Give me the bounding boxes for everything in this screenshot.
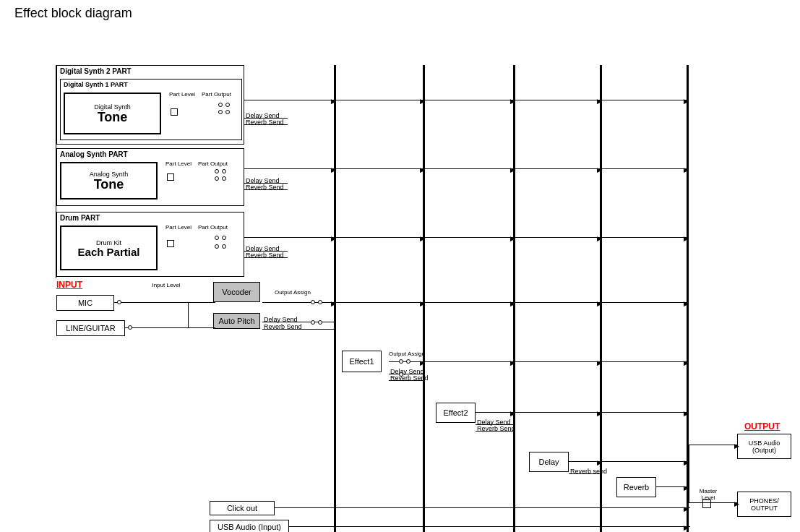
arrow-d1-4: ▶ — [597, 98, 602, 105]
hline-eff1-4 — [600, 361, 687, 362]
mic-box: MIC — [56, 295, 114, 311]
digital2-outer: Digital Synth 2 PART Digital Synth 1 PAR… — [56, 65, 244, 145]
hline-d1-5 — [600, 100, 687, 100]
vline-output-connect — [689, 445, 689, 502]
arrow-click-out: ▶ — [684, 505, 689, 512]
arrow-eff1-2: ▶ — [510, 359, 515, 366]
hline-in-2 — [334, 302, 424, 303]
digital1-outer: Digital Synth 1 PART Digital Synth Tone … — [60, 79, 242, 140]
circle-v3 — [311, 320, 315, 325]
reverb-box: Reverb — [616, 477, 656, 497]
hline-eff1-2 — [423, 361, 513, 362]
effect2-label: Effect2 — [443, 408, 468, 417]
reverb-send-5: Reverb Send — [390, 374, 429, 382]
vline-2 — [423, 65, 425, 532]
hline-d1-2 — [334, 100, 424, 100]
line-guitar-box: LINE/GUITAR — [56, 320, 125, 336]
hline-a-3 — [423, 168, 513, 169]
delay-send-4: Delay Send — [264, 316, 298, 323]
arrow-in-4: ▶ — [597, 300, 602, 307]
part-output-2: Part Output — [198, 160, 228, 167]
hline-in-3 — [423, 302, 513, 303]
hline-eff2-3 — [600, 412, 687, 413]
hline-out-usb — [689, 445, 738, 445]
circle-mic — [117, 300, 121, 304]
hline-eff1-3 — [513, 361, 603, 362]
arrow-eff1-1: ▶ — [420, 359, 425, 366]
part-output-1: Part Output — [202, 91, 231, 98]
hline-dr-5 — [600, 237, 687, 238]
arrow-eff1-3: ▶ — [597, 359, 602, 366]
hline-delay-out — [569, 461, 601, 462]
analog-outer: Analog Synth PART Analog Synth Tone Part… — [56, 148, 244, 206]
part-output-3: Part Output — [198, 224, 228, 231]
circle-dr2 — [222, 236, 226, 240]
click-out-box: Click out — [210, 501, 275, 515]
digital-tone-main: Tone — [98, 111, 128, 124]
circle-e1-2 — [406, 359, 410, 364]
arrow-d1-3: ▶ — [510, 98, 515, 105]
circle-a3 — [215, 176, 219, 181]
circle-d1-4 — [225, 110, 230, 114]
hline-usb-in — [289, 526, 690, 527]
arrow-usb-in: ▶ — [684, 524, 689, 531]
hline-in-main — [262, 302, 335, 303]
input-label: INPUT — [56, 280, 82, 290]
output-label: OUTPUT — [744, 421, 780, 432]
knob-a — [167, 173, 174, 181]
hline-in-5 — [600, 302, 687, 303]
phones-output-label: PHONES/ OUTPUT — [738, 497, 791, 512]
digital-tone-box: Digital Synth Tone — [64, 93, 161, 134]
drum-tone-main: Each Partial — [78, 246, 140, 257]
arrow-dr-3: ▶ — [510, 235, 515, 242]
usb-audio-input-box: USB Audio (Input) — [210, 520, 289, 532]
circle-e1-3 — [399, 372, 403, 377]
mic-label: MIC — [78, 299, 93, 307]
hline-line — [125, 327, 215, 328]
circle-v2 — [318, 300, 322, 304]
circle-d1-1 — [218, 103, 223, 107]
usb-audio-output-box: USB Audio (Output) — [737, 434, 791, 459]
drum-outer: Drum PART Drum Kit Each Partial Part Lev… — [56, 212, 244, 277]
circle-v1 — [311, 300, 315, 304]
circle-dr1 — [215, 236, 219, 240]
hline-dr-2 — [334, 237, 424, 238]
delay-box: Delay — [529, 452, 569, 472]
hline-d1-4 — [513, 100, 603, 100]
hline-delay-2 — [600, 461, 687, 462]
arrow-eff2-2: ▶ — [597, 410, 602, 417]
circle-a2 — [222, 169, 226, 173]
effect1-label: Effect1 — [349, 357, 374, 366]
usb-audio-input-label: USB Audio (Input) — [218, 523, 281, 531]
arrow-out-usb: ▶ — [734, 442, 739, 450]
delay-label: Delay — [538, 458, 559, 466]
analog-label: Analog Synth PART — [60, 150, 128, 158]
input-level-label: Input Level — [152, 282, 181, 288]
usb-audio-output-label: USB Audio (Output) — [738, 439, 791, 454]
arrow-in-1: ▶ — [331, 300, 336, 307]
analog-tone-main: Tone — [94, 178, 124, 191]
reverb-label: Reverb — [624, 483, 649, 492]
phones-output-box: PHONES/ OUTPUT — [737, 492, 791, 517]
knob-master — [702, 499, 711, 508]
effect1-box: Effect1 — [342, 351, 382, 372]
arrow-d1: ▶ — [331, 98, 336, 105]
hline-in-4 — [513, 302, 603, 303]
circle-dr4 — [222, 244, 226, 249]
hline-dr-4 — [513, 237, 603, 238]
page-title: Effect block diagram — [14, 6, 132, 21]
auto-pitch-box: Auto Pitch — [213, 313, 260, 329]
hline-out-phones — [689, 502, 738, 503]
output-assign-2: Output Assign — [389, 351, 425, 357]
hline-a-main — [244, 168, 335, 169]
digital2-label: Digital Synth 2 PART — [60, 67, 132, 75]
arrow-in-3: ▶ — [510, 300, 515, 307]
reverb-send-6: Reverb Send — [477, 425, 515, 432]
vline-1 — [334, 65, 336, 532]
hline-eff2-2 — [513, 412, 603, 413]
hline-dr-3 — [423, 237, 513, 238]
arrow-a-3: ▶ — [510, 166, 515, 173]
circle-v4 — [318, 320, 322, 325]
vline-input-connect — [188, 302, 189, 327]
drum-tone-box: Drum Kit Each Partial — [60, 226, 158, 270]
